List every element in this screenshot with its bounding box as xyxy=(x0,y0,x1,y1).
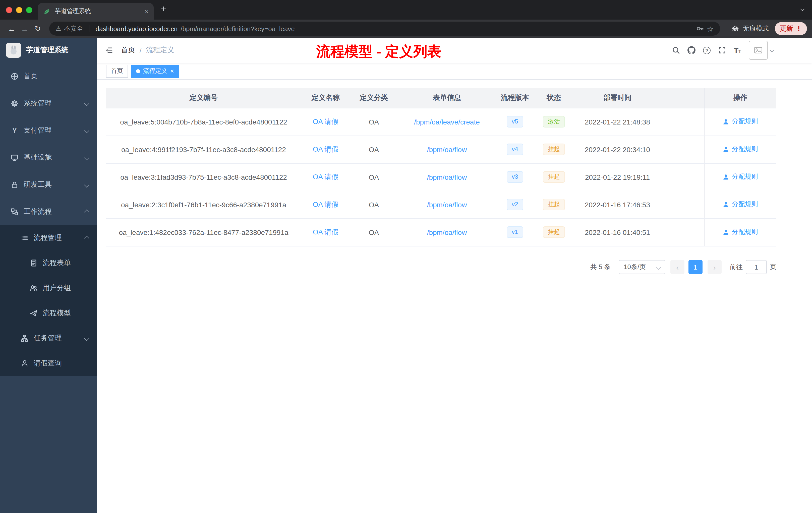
cell-category: OA xyxy=(350,191,398,218)
workflow-submenu: 流程管理 流程表单 用户分组 流程模型 xyxy=(0,225,97,376)
current-page-button[interactable]: 1 xyxy=(689,260,702,274)
browser-update-button[interactable]: 更新 ⋮ xyxy=(775,22,807,35)
version-badge: v4 xyxy=(507,144,523,155)
fullscreen-icon[interactable] xyxy=(718,46,726,54)
sidebar-item-dev-tools[interactable]: 研发工具 xyxy=(0,171,97,198)
chevron-down-icon xyxy=(84,101,89,106)
sidebar-item-leave-query[interactable]: 请假查询 xyxy=(0,351,97,376)
table-row: oa_leave:2:3c1f0ef1-76b1-11ec-9c66-a2380… xyxy=(106,191,776,218)
tab-favicon xyxy=(43,7,51,15)
prev-page-button[interactable]: ‹ xyxy=(670,260,685,274)
col-form-info: 表单信息 xyxy=(398,88,496,108)
new-tab-button[interactable]: + xyxy=(161,4,166,13)
page-unit-label: 页 xyxy=(770,263,776,272)
status-badge: 挂起 xyxy=(543,199,565,210)
sidebar-item-user-group[interactable]: 用户分组 xyxy=(0,276,97,301)
tag-close-icon[interactable]: × xyxy=(170,68,174,74)
paper-plane-icon xyxy=(30,309,38,317)
sidebar-item-label: 支付管理 xyxy=(24,126,80,135)
table-row: oa_leave:4:991f2193-7b7f-11ec-a3c8-acde4… xyxy=(106,135,776,163)
chevron-down-icon xyxy=(84,336,89,341)
table-row: oa_leave:3:1fad3d93-7b75-11ec-a3c8-acde4… xyxy=(106,163,776,191)
browser-tab[interactable]: 芋道管理系统 × xyxy=(38,3,154,20)
definition-name-link[interactable]: OA 请假 xyxy=(313,145,339,153)
app-title: 芋道管理系统 xyxy=(26,46,68,55)
font-size-icon[interactable]: TT xyxy=(734,47,741,54)
sidebar-logo[interactable]: 芋道管理系统 xyxy=(0,38,97,63)
search-icon[interactable] xyxy=(672,46,680,54)
cell-deploy-time: 2022-01-22 21:48:38 xyxy=(574,108,661,135)
definition-name-link[interactable]: OA 请假 xyxy=(313,173,339,180)
sidebar-item-payment-management[interactable]: ¥ 支付管理 xyxy=(0,117,97,144)
definition-name-link[interactable]: OA 请假 xyxy=(313,117,339,125)
sidebar-item-process-management[interactable]: 流程管理 xyxy=(0,225,97,250)
definition-name-link[interactable]: OA 请假 xyxy=(313,228,339,236)
sidebar-item-infrastructure[interactable]: 基础设施 xyxy=(0,144,97,171)
minimize-window-button[interactable] xyxy=(16,7,22,13)
sidebar-toggle-button[interactable] xyxy=(97,46,121,54)
cell-deploy-time: 2022-01-22 20:34:10 xyxy=(574,135,661,163)
bookmark-star-icon[interactable]: ☆ xyxy=(707,25,714,32)
close-window-button[interactable] xyxy=(6,7,12,13)
cell-definition-id: oa_leave:4:991f2193-7b7f-11ec-a3c8-acde4… xyxy=(106,135,301,163)
assign-rule-link[interactable]: 分配规则 xyxy=(723,117,758,126)
forward-button[interactable]: → xyxy=(18,24,31,33)
form-info-link[interactable]: /bpm/oa/flow xyxy=(427,145,467,153)
version-badge: v1 xyxy=(507,227,523,238)
sidebar-item-process-model[interactable]: 流程模型 xyxy=(0,301,97,326)
form-info-link[interactable]: /bpm/oa/leave/create xyxy=(414,118,480,126)
next-page-button[interactable]: › xyxy=(707,260,722,274)
goto-page-input[interactable] xyxy=(746,260,767,274)
zoom-window-button[interactable] xyxy=(26,7,32,13)
sidebar-item-workflow[interactable]: 工作流程 xyxy=(0,198,97,225)
user-avatar-menu[interactable] xyxy=(749,41,773,60)
form-info-link[interactable]: /bpm/oa/flow xyxy=(427,201,467,209)
form-info-link[interactable]: /bpm/oa/flow xyxy=(427,173,467,181)
main-content: 定义编号 定义名称 定义分类 表单信息 流程版本 状态 部署时间 操作 oa_l… xyxy=(97,80,812,513)
cell-definition-id: oa_leave:2:3c1f0ef1-76b1-11ec-9c66-a2380… xyxy=(106,191,301,218)
form-info-link[interactable]: /bpm/oa/flow xyxy=(427,228,467,236)
table-row: oa_leave:1:482ec033-762a-11ec-8477-a2380… xyxy=(106,218,776,246)
tag-process-definition[interactable]: 流程定义 × xyxy=(131,64,179,78)
user-icon xyxy=(723,146,729,153)
breadcrumb-home[interactable]: 首页 xyxy=(121,46,135,55)
status-badge: 激活 xyxy=(543,116,565,127)
sidebar-item-system-management[interactable]: 系统管理 xyxy=(0,90,97,117)
tab-search-chevron-icon[interactable] xyxy=(801,7,805,11)
gear-icon xyxy=(10,99,19,108)
sidebar: 芋道管理系统 首页 系统管理 ¥ 支付管理 基础设施 xyxy=(0,38,97,513)
user-icon xyxy=(723,118,729,125)
page-size-select[interactable]: 10条/页 xyxy=(619,260,665,274)
password-key-icon[interactable] xyxy=(696,25,704,33)
cell-category: OA xyxy=(350,163,398,191)
browser-menu-icon: ⋮ xyxy=(795,25,802,32)
assign-rule-link[interactable]: 分配规则 xyxy=(723,200,758,209)
active-dot xyxy=(136,69,140,73)
definition-name-link[interactable]: OA 请假 xyxy=(313,200,339,208)
not-secure-warning-icon: ⚠ xyxy=(56,25,61,32)
security-label: 不安全 xyxy=(64,24,83,33)
sidebar-item-task-management[interactable]: 任务管理 xyxy=(0,326,97,351)
assign-rule-link[interactable]: 分配规则 xyxy=(723,173,758,181)
cell-deploy-time: 2022-01-22 19:19:11 xyxy=(574,163,661,191)
tab-close-icon[interactable]: × xyxy=(145,8,149,15)
sidebar-item-home[interactable]: 首页 xyxy=(0,63,97,90)
sidebar-item-process-form[interactable]: 流程表单 xyxy=(0,250,97,276)
user-icon xyxy=(723,201,729,208)
tab-title: 芋道管理系统 xyxy=(55,7,141,16)
address-bar[interactable]: ⚠ 不安全 dashboard.yudao.iocoder.cn/bpm/man… xyxy=(49,22,720,36)
assign-rule-link[interactable]: 分配规则 xyxy=(723,145,758,154)
dashboard-icon xyxy=(10,72,19,80)
cell-deploy-time: 2022-01-16 17:46:53 xyxy=(574,191,661,218)
assign-rule-link[interactable]: 分配规则 xyxy=(723,228,758,237)
col-actions: 操作 xyxy=(704,88,776,108)
github-icon[interactable] xyxy=(688,46,696,54)
browser-tab-strip: 芋道管理系统 × + xyxy=(0,0,812,20)
document-icon xyxy=(30,259,38,267)
reload-button[interactable]: ↻ xyxy=(31,24,44,33)
navbar-actions: ? TT xyxy=(672,41,812,60)
help-icon[interactable]: ? xyxy=(703,47,711,54)
back-button[interactable]: ← xyxy=(5,24,18,33)
tag-home[interactable]: 首页 xyxy=(106,64,128,78)
users-icon xyxy=(30,284,38,292)
